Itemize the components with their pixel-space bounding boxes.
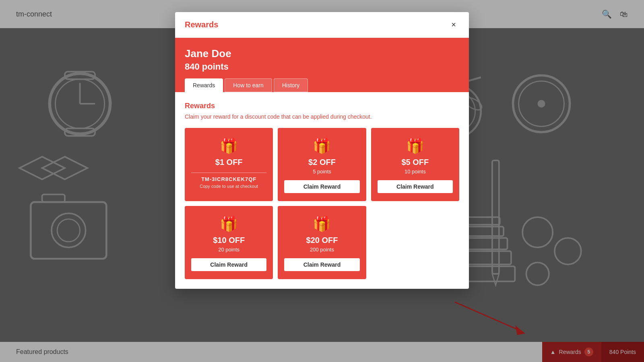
modal-body: Rewards Claim your reward for a discount… bbox=[175, 92, 469, 289]
reward-amount-4: $10 OFF bbox=[213, 236, 245, 245]
tab-how-to-earn[interactable]: How to earn bbox=[225, 78, 272, 92]
reward-amount-1: $1 OFF bbox=[215, 158, 243, 167]
reward-points-2: 5 points bbox=[313, 169, 331, 175]
reward-code: TM-3ICR8CKEK7QF bbox=[201, 176, 256, 182]
gift-icon-5: 🎁 bbox=[313, 216, 331, 232]
claim-button-5-off[interactable]: Claim Reward bbox=[378, 180, 453, 193]
modal-title: Rewards bbox=[185, 20, 218, 29]
reward-amount-2: $2 OFF bbox=[308, 158, 336, 167]
modal-header: Rewards × bbox=[175, 12, 469, 38]
reward-card-20-off: 🎁 $20 OFF 200 points Claim Reward bbox=[278, 206, 366, 279]
user-name: Jane Doe bbox=[185, 47, 459, 60]
tab-history[interactable]: History bbox=[274, 78, 308, 92]
reward-card-2-off: 🎁 $2 OFF 5 points Claim Reward bbox=[278, 128, 366, 201]
tabs-container: Rewards How to earn History bbox=[185, 78, 459, 92]
reward-amount-5: $20 OFF bbox=[306, 236, 338, 245]
reward-card-1-off: 🎁 $1 OFF TM-3ICR8CKEK7QF Copy code to us… bbox=[185, 128, 273, 201]
tab-rewards[interactable]: Rewards bbox=[185, 78, 223, 92]
reward-points-3: 10 points bbox=[405, 169, 426, 175]
section-description: Claim your reward for a discount code th… bbox=[185, 113, 459, 120]
reward-points-4: 20 points bbox=[218, 247, 239, 253]
reward-copy-hint: Copy code to use at checkout bbox=[200, 184, 258, 189]
gift-icon-4: 🎁 bbox=[220, 216, 238, 232]
claim-button-10-off[interactable]: Claim Reward bbox=[191, 258, 266, 271]
user-banner: Jane Doe 840 points Rewards How to earn … bbox=[175, 38, 469, 92]
reward-points-5: 200 points bbox=[310, 247, 334, 253]
close-button[interactable]: × bbox=[448, 19, 459, 31]
user-points: 840 points bbox=[185, 62, 459, 72]
section-title: Rewards bbox=[185, 102, 459, 110]
rewards-grid: 🎁 $1 OFF TM-3ICR8CKEK7QF Copy code to us… bbox=[185, 128, 459, 279]
modal-overlay: Rewards × Jane Doe 840 points Rewards Ho… bbox=[0, 0, 644, 362]
rewards-modal: Rewards × Jane Doe 840 points Rewards Ho… bbox=[175, 12, 469, 289]
reward-card-10-off: 🎁 $10 OFF 20 points Claim Reward bbox=[185, 206, 273, 279]
claim-button-20-off[interactable]: Claim Reward bbox=[284, 258, 359, 271]
gift-icon-1: 🎁 bbox=[220, 138, 238, 154]
reward-card-5-off: 🎁 $5 OFF 10 points Claim Reward bbox=[371, 128, 459, 201]
gift-icon-3: 🎁 bbox=[406, 138, 424, 154]
claim-button-2-off[interactable]: Claim Reward bbox=[284, 180, 359, 193]
gift-icon-2: 🎁 bbox=[313, 138, 331, 154]
reward-amount-3: $5 OFF bbox=[401, 158, 429, 167]
